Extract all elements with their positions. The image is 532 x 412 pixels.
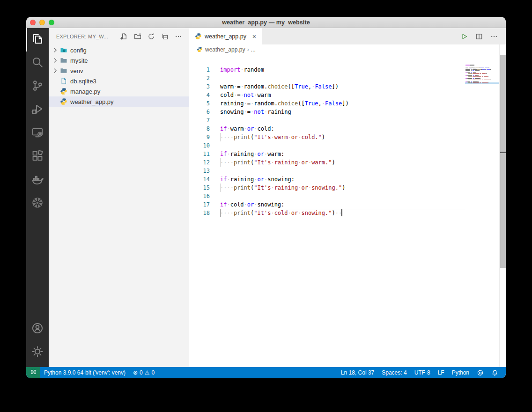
tree-item-db-sqlite3[interactable]: db.sqlite3 [49,76,189,86]
whitespace-dots: ···· [220,184,234,191]
code-line-2 [219,74,465,82]
collapse-all-icon[interactable] [161,33,169,40]
status-encoding[interactable]: UTF-8 [411,367,434,378]
scrollbar-thumb[interactable] [500,55,506,268]
code-token: True [295,83,308,90]
breadcrumb-file[interactable]: weather_app.py [205,46,245,53]
whitespace-dots: · [240,83,244,90]
problems-status[interactable]: ⊗0 ⚠0 [129,367,158,378]
code-token: : [271,125,274,132]
code-editor[interactable]: import·randomwarm·=·random.choice([True,… [219,66,465,217]
feedback-icon [477,369,484,376]
minimap-line-mark [473,78,474,79]
code-token: warm [267,151,281,157]
tree-item-manage-py[interactable]: manage.py [49,86,189,96]
code-token: warm [258,92,271,98]
activity-source-control[interactable] [26,75,49,98]
account-icon [31,322,44,336]
minimap-line-mark [470,67,475,68]
code-line-9: ····print("It's·warm·or·cold.") [219,133,465,141]
activity-search[interactable] [26,52,49,75]
tab-close-icon[interactable]: × [251,33,257,40]
code-line-13 [219,167,465,175]
code-token: not [244,92,254,98]
status-feedback[interactable] [473,367,488,378]
tree-item-config[interactable]: config [49,45,189,55]
tab-weather-app[interactable]: weather_app.py × [189,28,262,44]
whitespace-dots: · [227,201,230,208]
code-token: = [247,109,251,115]
whitespace-dots: · [244,201,247,208]
status-language-mode[interactable]: Python [448,367,473,378]
breadcrumb-more[interactable]: ... [251,46,256,53]
minimap-line-mark [486,73,487,74]
activity-settings[interactable] [26,341,49,364]
minimap-line-mark [471,72,473,73]
explorer-actions [120,33,182,40]
minimap-line-mark [473,76,476,77]
code-token: ) [332,210,335,216]
code-line-3: warm·=·random.choice([True,·False]) [219,82,465,91]
status-eol[interactable]: LF [434,367,448,378]
code-token: random [244,66,264,73]
code-token: or [258,176,264,183]
activity-extensions[interactable] [26,145,49,169]
breadcrumb: weather_app.py › ... [189,44,506,54]
code-token: snowing." [311,184,342,191]
minimap-line-mark [473,73,476,74]
whitespace-dots: · [244,109,247,115]
code-token: cold [220,92,234,98]
code-line-5: raining·=·random.choice([True,·False]) [219,99,465,108]
minimap-line-mark [475,78,480,79]
new-folder-icon[interactable] [134,33,141,40]
code-token: ([ [298,100,304,107]
whitespace-dots: · [271,210,274,216]
activity-remote-explorer[interactable] [26,122,49,145]
line-number: 8 [189,125,210,133]
minimap-line-mark [476,72,476,73]
minimap-line-mark [468,76,472,77]
minimap-line-mark [467,78,472,79]
activity-run-and-debug[interactable] [26,98,49,122]
activity-explorer[interactable] [26,28,49,52]
code-token: or [291,210,298,216]
status-notifications[interactable] [488,367,502,378]
activity-kubernetes[interactable] [26,192,49,215]
status-bar-right: Ln 18, Col 37Spaces: 4UTF-8LFPython [337,367,506,378]
code-line-17: if·cold·or·snowing: [219,200,465,209]
minimap[interactable] [465,65,499,93]
code-token: ) [322,134,325,140]
tree-item-venv[interactable]: venv [49,66,189,76]
code-token: import [220,66,240,73]
window-title: weather_app.py — my_website [26,17,506,28]
refresh-icon[interactable] [148,33,155,40]
status-cursor-position[interactable]: Ln 18, Col 37 [337,367,378,378]
minimap-line-mark [476,76,481,77]
activity-accounts[interactable] [26,317,49,341]
minimap-line-mark [480,82,481,83]
tree-item-label: db.sqlite3 [70,78,96,85]
python-interpreter-status[interactable]: Python 3.9.0 64-bit ('venv': venv) [40,367,129,378]
code-token: warm [220,83,234,90]
activity-docker[interactable] [26,169,49,192]
bell-icon [491,369,498,376]
status-indentation[interactable]: Spaces: 4 [378,367,410,378]
tree-item-weather_app-py[interactable]: weather_app.py [49,96,189,107]
status-bar-left: Python 3.9.0 64-bit ('venv': venv) ⊗0 ⚠0 [26,367,158,378]
minimap-line-mark [467,72,470,73]
more-actions-button[interactable] [490,33,498,40]
run-python-file-button[interactable] [460,33,468,40]
minimap-line-mark [466,68,468,69]
tree-item-mysite[interactable]: mysite [49,55,189,66]
minimap-line-mark [480,78,480,79]
remote-indicator[interactable] [26,367,40,378]
code-token: "It's [254,210,271,216]
minimap-line-mark [473,69,477,70]
more-actions-icon[interactable] [175,33,182,40]
code-token: warm [274,134,288,140]
split-editor-button[interactable] [475,33,483,40]
text-cursor [341,209,342,216]
code-token: or [301,159,308,166]
code-token: snowing [220,109,244,115]
new-file-icon[interactable] [120,33,128,40]
